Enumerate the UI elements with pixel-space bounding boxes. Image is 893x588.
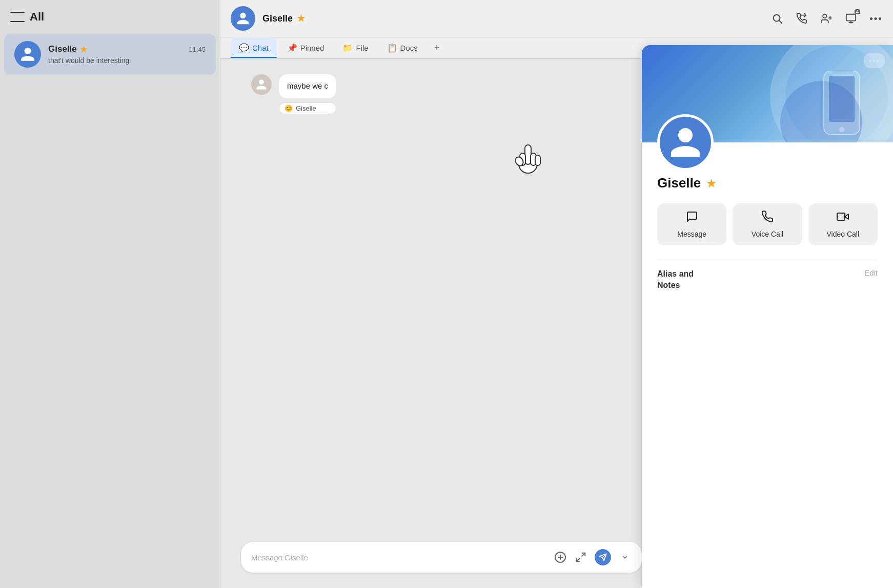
chat-item-name-row: Giselle ★ 11:45 bbox=[48, 44, 206, 54]
svg-point-3 bbox=[823, 14, 826, 18]
expand-icon[interactable] bbox=[574, 551, 587, 564]
more-options-icon[interactable] bbox=[868, 11, 883, 26]
chat-tab-label: Chat bbox=[252, 44, 269, 52]
svg-rect-26 bbox=[829, 76, 855, 122]
banner-more-button[interactable]: ··· bbox=[864, 53, 885, 68]
message-btn-icon bbox=[686, 211, 698, 226]
message-action-label: Message bbox=[677, 230, 706, 238]
voice-call-action-label: Voice Call bbox=[752, 230, 783, 238]
reaction-name: Giselle bbox=[296, 104, 316, 112]
svg-point-10 bbox=[875, 17, 877, 20]
pinned-tab-icon: 📌 bbox=[287, 43, 297, 53]
profile-name: Giselle bbox=[657, 175, 701, 191]
alias-notes-label: Alias andNotes bbox=[657, 268, 694, 291]
send-button[interactable] bbox=[595, 549, 611, 565]
add-contact-icon[interactable] bbox=[819, 11, 834, 26]
chat-item-name: Giselle ★ bbox=[48, 44, 87, 54]
main-area: Giselle ★ bbox=[220, 0, 893, 588]
message-input[interactable]: Message Giselle bbox=[251, 553, 554, 562]
topbar-star: ★ bbox=[297, 13, 305, 24]
video-call-action-button[interactable]: Video Call bbox=[808, 203, 878, 245]
docs-tab-icon: 📋 bbox=[387, 43, 397, 53]
topbar-actions: 4 bbox=[770, 11, 883, 26]
screen-share-icon[interactable]: 4 bbox=[844, 11, 858, 26]
chat-item-preview: that't would be interesting bbox=[48, 56, 206, 65]
sidebar-title: All bbox=[30, 10, 44, 24]
svg-point-27 bbox=[839, 127, 844, 132]
tab-pinned[interactable]: 📌 Pinned bbox=[279, 38, 333, 58]
svg-rect-6 bbox=[846, 14, 856, 21]
avatar bbox=[14, 41, 41, 68]
file-tab-label: File bbox=[356, 44, 368, 52]
chat-item-time: 11:45 bbox=[189, 46, 206, 53]
profile-star-icon: ★ bbox=[706, 176, 717, 191]
message-content: maybe we c 😊 Giselle bbox=[279, 74, 336, 114]
message-text: maybe we c bbox=[287, 81, 328, 90]
message-action-button[interactable]: Message bbox=[657, 203, 726, 245]
topbar-name: Giselle ★ bbox=[262, 13, 305, 24]
video-call-btn-icon bbox=[837, 211, 849, 226]
sidebar-chat-item-giselle[interactable]: Giselle ★ 11:45 that't would be interest… bbox=[4, 34, 216, 75]
sidebar-header: All bbox=[0, 0, 220, 32]
svg-line-22 bbox=[577, 558, 580, 561]
phone-callback-icon[interactable] bbox=[795, 11, 809, 26]
star-icon: ★ bbox=[80, 45, 87, 54]
alias-notes-edit[interactable]: Edit bbox=[864, 268, 878, 277]
profile-actions: Message Voice Call bbox=[657, 203, 878, 245]
reaction-bar[interactable]: 😊 Giselle bbox=[279, 102, 336, 114]
profile-content: Giselle ★ Message bbox=[642, 142, 893, 315]
profile-panel: ··· Giselle ★ Message bbox=[642, 45, 893, 588]
pinned-tab-label: Pinned bbox=[300, 44, 324, 52]
tab-chat[interactable]: 💬 Chat bbox=[231, 38, 277, 58]
svg-line-1 bbox=[779, 20, 782, 23]
voice-call-action-button[interactable]: Voice Call bbox=[733, 203, 802, 245]
svg-line-21 bbox=[582, 553, 585, 556]
chat-item-info: Giselle ★ 11:45 that't would be interest… bbox=[48, 44, 206, 65]
add-circle-icon[interactable] bbox=[554, 551, 567, 564]
svg-point-9 bbox=[870, 17, 872, 20]
reaction-emoji: 😊 bbox=[285, 104, 293, 112]
svg-point-11 bbox=[879, 17, 881, 20]
profile-avatar-large bbox=[657, 114, 714, 171]
docs-tab-label: Docs bbox=[400, 44, 418, 52]
alias-notes-section: Alias andNotes Edit bbox=[657, 260, 878, 300]
send-options-icon[interactable] bbox=[618, 551, 632, 564]
voice-call-btn-icon bbox=[761, 211, 774, 226]
svg-rect-29 bbox=[837, 213, 845, 220]
topbar-avatar bbox=[231, 6, 255, 31]
chat-tab-icon: 💬 bbox=[239, 43, 249, 53]
menu-icon[interactable] bbox=[10, 12, 25, 22]
video-call-action-label: Video Call bbox=[827, 230, 860, 238]
add-tab-button[interactable]: + bbox=[428, 37, 446, 58]
file-tab-icon: 📁 bbox=[342, 43, 353, 53]
input-icons bbox=[554, 549, 632, 565]
message-input-area[interactable]: Message Giselle bbox=[241, 542, 642, 573]
search-icon[interactable] bbox=[770, 11, 784, 26]
sender-avatar bbox=[251, 74, 272, 95]
tab-file[interactable]: 📁 File bbox=[334, 38, 376, 58]
sidebar: All Giselle ★ 11:45 that't would be inte… bbox=[0, 0, 220, 588]
svg-marker-28 bbox=[845, 214, 848, 219]
message-bubble: maybe we c bbox=[279, 74, 336, 98]
tab-docs[interactable]: 📋 Docs bbox=[379, 38, 426, 58]
topbar: Giselle ★ bbox=[220, 0, 893, 37]
